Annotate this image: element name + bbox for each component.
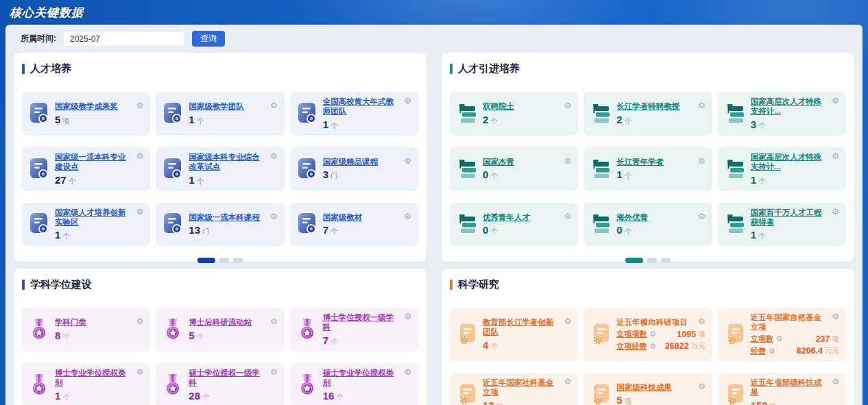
card-title-link[interactable]: 长江青年学者 xyxy=(616,157,664,167)
section-title: 人才引进培养 xyxy=(458,62,520,75)
card-count: 8个 xyxy=(55,330,143,342)
gear-icon[interactable]: ⚙ xyxy=(698,382,706,391)
gear-icon[interactable]: ⚙ xyxy=(136,152,144,160)
gear-icon[interactable]: ⚙ xyxy=(776,335,783,343)
card-title-link[interactable]: 国家级教学团队 xyxy=(189,101,244,111)
pagination-dot[interactable] xyxy=(647,258,657,263)
gear-icon[interactable]: ⚙ xyxy=(564,378,572,386)
card-title-link[interactable]: 近五年国家社科基金立项 xyxy=(483,378,562,397)
gear-icon[interactable]: ⚙ xyxy=(404,312,411,321)
pagination-dot[interactable] xyxy=(233,258,243,263)
stat-card: 博士学位授权一级学科⚙7个 xyxy=(290,308,418,352)
card-title-link[interactable]: 双聘院士 xyxy=(483,101,514,111)
card-title-link[interactable]: 国家高层次人才特殊支持计... xyxy=(751,152,830,172)
gear-icon[interactable]: ⚙ xyxy=(136,208,144,216)
card-count: 1个 xyxy=(323,119,411,131)
gear-icon[interactable]: ⚙ xyxy=(698,317,706,326)
gear-icon[interactable]: ⚙ xyxy=(270,152,278,160)
gear-icon[interactable]: ⚙ xyxy=(832,152,839,160)
gear-icon[interactable]: ⚙ xyxy=(404,157,411,165)
gear-icon[interactable]: ⚙ xyxy=(270,368,278,376)
gear-icon[interactable]: ⚙ xyxy=(270,317,278,326)
gear-icon[interactable]: ⚙ xyxy=(832,97,839,105)
gear-icon[interactable]: ⚙ xyxy=(698,212,706,221)
card-title-link[interactable]: 国家级教学成果奖 xyxy=(55,101,118,111)
card-body: 长江青年学者⚙1个 xyxy=(616,157,705,181)
gear-icon[interactable]: ⚙ xyxy=(564,317,572,326)
pagination-dot[interactable] xyxy=(219,258,229,263)
pagination-dot[interactable] xyxy=(661,258,671,263)
card-count-value: 3 xyxy=(323,169,328,180)
sub-row-label-link[interactable]: 立项数 xyxy=(751,334,773,344)
card-title-link[interactable]: 博士专业学位授权类别 xyxy=(55,368,134,388)
gear-icon[interactable]: ⚙ xyxy=(769,347,775,355)
gear-icon[interactable]: ⚙ xyxy=(404,368,411,376)
card-title-link[interactable]: 国家级一流本科专业建设点 xyxy=(55,152,134,172)
card-title-link[interactable]: 全国高校黄大年式教师团队 xyxy=(323,97,402,116)
card-title-link[interactable]: 国家级一流本科课程 xyxy=(189,212,260,222)
card-title-link[interactable]: 博士学位授权一级学科 xyxy=(323,312,402,332)
gear-icon[interactable]: ⚙ xyxy=(136,317,144,326)
card-title-link[interactable]: 博士后科研流动站 xyxy=(189,317,252,327)
doc-gear-icon xyxy=(457,383,477,405)
section-header: 人才引进培养 xyxy=(450,62,846,75)
time-filter-input[interactable] xyxy=(63,31,185,47)
card-title-link[interactable]: 国家级精品课程 xyxy=(323,157,378,167)
card-title-link[interactable]: 硕士专业学位授权类别 xyxy=(323,368,402,388)
card-count-unit: 个 xyxy=(197,116,204,125)
sub-row-label-link[interactable]: 经费 xyxy=(751,346,766,356)
gear-icon[interactable]: ⚙ xyxy=(136,368,144,376)
section-header: 学科学位建设 xyxy=(22,278,418,291)
card-title-link[interactable]: 教育部长江学者创新团队 xyxy=(483,317,562,337)
gear-icon[interactable]: ⚙ xyxy=(649,330,656,338)
gear-icon[interactable]: ⚙ xyxy=(270,101,278,110)
card-title-link[interactable]: 国家级本科专业综合改革试点 xyxy=(189,152,267,172)
certificate-icon xyxy=(29,212,49,236)
card-title-link[interactable]: 国家级科技成果 xyxy=(616,382,672,392)
gear-icon[interactable]: ⚙ xyxy=(698,157,706,165)
cards-grid: 学科门类⚙8个博士后科研流动站⚙5个博士学位授权一级学科⚙7个博士专业学位授权类… xyxy=(22,308,418,405)
card-title-row: 博士学位授权一级学科⚙ xyxy=(323,312,411,332)
card-title-link[interactable]: 国家级人才培养创新实验区 xyxy=(55,208,134,228)
card-title-link[interactable]: 国家百千万人才工程获得者 xyxy=(751,208,830,228)
card-count-value: 5 xyxy=(189,330,194,341)
sub-row-unit: 万元 xyxy=(691,341,706,351)
gear-icon[interactable]: ⚙ xyxy=(136,101,144,110)
card-body: 国家级教材⚙7个 xyxy=(323,212,411,236)
card-count-unit: 个 xyxy=(490,227,498,235)
gear-icon[interactable]: ⚙ xyxy=(649,343,656,350)
card-body: 优秀青年人才⚙0个 xyxy=(483,212,571,236)
sub-row-label-link[interactable]: 立项项数 xyxy=(616,329,647,339)
books-icon xyxy=(457,102,477,125)
gear-icon[interactable]: ⚙ xyxy=(270,212,278,221)
query-button[interactable]: 查询 xyxy=(192,31,225,47)
gear-icon[interactable]: ⚙ xyxy=(404,97,411,105)
sub-row-value: 8206.4 xyxy=(797,346,823,356)
card-title-link[interactable]: 优秀青年人才 xyxy=(483,212,530,222)
gear-icon[interactable]: ⚙ xyxy=(832,208,839,216)
gear-icon[interactable]: ⚙ xyxy=(832,312,839,321)
pagination-dot-active[interactable] xyxy=(625,258,643,263)
gear-icon[interactable]: ⚙ xyxy=(564,157,572,165)
card-title-link[interactable]: 学科门类 xyxy=(55,317,86,327)
card-title-link[interactable]: 海外优青 xyxy=(616,212,648,222)
card-title-link[interactable]: 长江学者特聘教授 xyxy=(616,101,679,111)
card-title-link[interactable]: 国家杰青 xyxy=(483,157,514,167)
card-title-link[interactable]: 国家高层次人才特殊支持计... xyxy=(751,97,830,116)
card-sub-row: 立项经费⚙26822万元 xyxy=(616,341,705,352)
card-count-unit: 个 xyxy=(197,332,204,341)
gear-icon[interactable]: ⚙ xyxy=(564,212,572,221)
gear-icon[interactable]: ⚙ xyxy=(564,101,572,110)
gear-icon[interactable]: ⚙ xyxy=(832,378,839,386)
gear-icon[interactable]: ⚙ xyxy=(698,101,706,110)
card-count: 3个 xyxy=(751,119,839,131)
cards-grid: 教育部长江学者创新团队⚙4个近五年横向科研项目⚙立项项数⚙1095项立项经费⚙2… xyxy=(450,308,846,405)
card-title-link[interactable]: 国家级教材 xyxy=(323,212,363,222)
pagination-dot-active[interactable] xyxy=(197,258,215,263)
card-body: 国家高层次人才特殊支持计...⚙1个 xyxy=(751,152,839,186)
card-title-link[interactable]: 近五年省部级科技成果 xyxy=(751,378,830,397)
gear-icon[interactable]: ⚙ xyxy=(404,212,411,221)
card-title-link[interactable]: 硕士学位授权一级学科 xyxy=(189,368,267,388)
sub-row-label-link[interactable]: 立项经费 xyxy=(616,341,647,352)
card-title-row: 国家级教材⚙ xyxy=(323,212,411,222)
